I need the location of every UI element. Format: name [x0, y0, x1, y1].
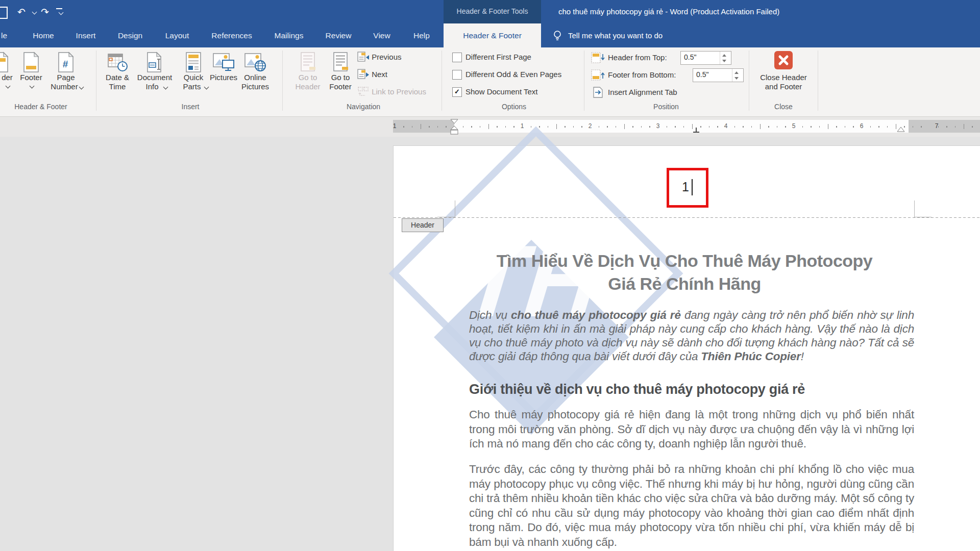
customize-qat-icon[interactable] — [56, 8, 62, 9]
footer-from-bottom-spinner[interactable] — [732, 69, 740, 82]
document-info-label-1: Document — [137, 73, 172, 82]
next-label: Next — [372, 70, 387, 79]
insert-alignment-tab-label[interactable]: Insert Alignment Tab — [608, 88, 677, 96]
link-to-previous-icon — [357, 86, 370, 96]
date-time-button[interactable]: Date & Time — [102, 51, 133, 102]
ruler-left-margin-band — [393, 120, 454, 133]
tab-design[interactable]: Design — [118, 23, 142, 47]
lightbulb-icon — [552, 30, 562, 41]
header-region-tag: Header — [402, 218, 444, 232]
page-number-value[interactable]: 1 — [682, 180, 689, 194]
document-info-button[interactable]: Document Info — [135, 51, 175, 102]
tab-review[interactable]: Review — [326, 23, 352, 47]
quick-parts-dropdown-icon — [204, 85, 209, 90]
checkbox-checked-icon[interactable]: ✓ — [452, 87, 462, 97]
tab-home[interactable]: Home — [33, 23, 54, 47]
group-label-insert: Insert — [181, 103, 199, 111]
ribbon-tab-row: le Home Insert Design Layout References … — [0, 23, 980, 47]
footer-from-bottom-icon — [591, 69, 605, 81]
tab-insert[interactable]: Insert — [76, 23, 96, 47]
text-cursor — [692, 179, 693, 195]
right-indent-marker-icon[interactable] — [897, 127, 905, 133]
pictures-icon — [213, 53, 235, 72]
document-page[interactable]: TH 1 Header Tìm Hiểu Về Dịch Vụ Cho Thuê… — [393, 145, 980, 551]
ruler-number: 2 — [589, 122, 592, 130]
document-info-dropdown-icon — [163, 85, 168, 90]
page-number-label-1: Page — [57, 73, 75, 82]
go-to-footer-icon — [332, 52, 350, 73]
ruler-number: 5 — [792, 122, 796, 130]
body-paragraph-2[interactable]: Trước đây, các công ty thường phải bỏ ra… — [469, 462, 914, 549]
tab-view[interactable]: View — [373, 23, 390, 47]
date-time-label-2: Time — [109, 82, 126, 91]
undo-icon[interactable]: ↶ — [17, 6, 26, 18]
go-to-footer-button[interactable]: Go to Footer — [327, 51, 354, 102]
center-tab-stop-icon[interactable] — [693, 128, 699, 133]
document-area: TH 1 Header Tìm Hiểu Về Dịch Vụ Cho Thuê… — [0, 137, 980, 551]
online-pictures-button[interactable]: Online Pictures — [239, 51, 272, 102]
redo-icon[interactable]: ↷ — [41, 6, 49, 18]
group-label-navigation: Navigation — [347, 103, 380, 111]
group-separator — [282, 51, 283, 111]
tab-header-footer-active[interactable]: Header & Footer — [444, 23, 541, 47]
go-to-footer-label-1: Go to — [331, 73, 350, 82]
title-bar: ↶ ↷ Header & Footer Tools cho thuê máy p… — [0, 0, 980, 23]
go-to-header-button: Go to Header — [294, 51, 322, 102]
horizontal-ruler[interactable]: 1 1 2 3 4 5 6 7 — [0, 116, 980, 137]
tab-help[interactable]: Help — [413, 23, 430, 47]
quick-parts-icon — [185, 52, 202, 73]
previous-button[interactable]: Previous — [357, 52, 402, 62]
group-separator — [749, 51, 749, 111]
close-header-footer-button[interactable]: Close Header and Footer — [755, 49, 812, 101]
window-title: cho thuê máy photocopy giá rẻ - Word (Pr… — [558, 7, 779, 16]
intro-seg: Dịch vụ — [469, 309, 511, 321]
close-header-footer-icon — [774, 51, 793, 70]
right-margin-corner-mark-h — [914, 217, 932, 217]
checkbox-icon[interactable] — [452, 70, 462, 80]
footer-button-label: Footer — [20, 73, 42, 82]
intro-keyword-bold: cho thuê máy photocopy giá rẻ — [511, 309, 681, 321]
undo-dropdown-icon[interactable] — [32, 10, 37, 15]
ruler-right-margin-band — [909, 120, 980, 133]
previous-icon — [357, 52, 370, 62]
svg-text:#: # — [63, 59, 68, 69]
group-separator — [584, 51, 584, 111]
tab-file-partial[interactable]: le — [1, 23, 7, 47]
header-button-label-partial[interactable]: der — [2, 73, 13, 82]
pictures-button[interactable]: Pictures — [210, 51, 237, 102]
tab-layout[interactable]: Layout — [165, 23, 189, 47]
document-info-icon — [146, 52, 164, 73]
footer-from-bottom-label: Footer from Bottom: — [608, 70, 676, 79]
section-heading[interactable]: Giới thiệu về dịch vụ cho thuê máy photo… — [469, 382, 805, 397]
next-button[interactable]: Next — [357, 69, 387, 79]
show-document-text-label: Show Document Text — [465, 87, 537, 96]
indent-markers-icon[interactable] — [450, 119, 458, 137]
group-label-options: Options — [502, 103, 526, 111]
close-header-footer-label-2: and Footer — [765, 82, 802, 91]
document-title[interactable]: Tìm Hiểu Về Dịch Vụ Cho Thuê Máy Photoco… — [485, 249, 884, 295]
link-to-previous-label: Link to Previous — [372, 87, 426, 96]
different-odd-even-label: Different Odd & Even Pages — [465, 70, 561, 79]
right-margin-corner-mark — [914, 201, 915, 217]
save-icon[interactable] — [0, 7, 8, 19]
page-number-dropdown-icon — [79, 85, 84, 90]
tab-mailings[interactable]: Mailings — [275, 23, 304, 47]
header-from-top-spinner[interactable] — [720, 52, 728, 64]
date-time-icon — [107, 53, 129, 72]
quick-parts-button[interactable]: Quick Parts — [178, 51, 209, 102]
go-to-header-label-2: Header — [295, 82, 320, 91]
checkbox-icon[interactable] — [452, 53, 462, 62]
tell-me-box[interactable]: Tell me what you want to do — [568, 23, 663, 47]
pictures-label: Pictures — [210, 73, 237, 82]
page-number-button[interactable]: # Page Number — [51, 51, 81, 102]
tab-references[interactable]: References — [211, 23, 252, 47]
body-paragraph-1[interactable]: Cho thuê máy photocopy giá rẻ hiện đang … — [469, 408, 914, 452]
group-separator — [96, 51, 96, 111]
page-number-label-2: Number — [51, 82, 78, 91]
next-icon — [357, 69, 370, 79]
footer-button[interactable]: Footer — [19, 51, 43, 102]
ruler-number: 4 — [724, 122, 728, 130]
intro-paragraph[interactable]: Dịch vụ cho thuê máy photocopy giá rẻ đa… — [469, 308, 914, 363]
header-button-icon[interactable] — [0, 52, 9, 73]
link-to-previous-button: Link to Previous — [357, 86, 426, 96]
